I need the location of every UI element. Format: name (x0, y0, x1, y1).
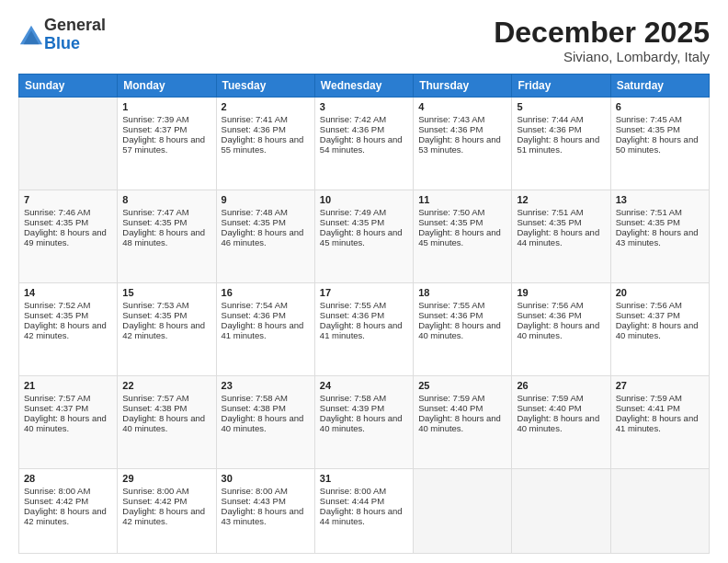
calendar-cell: 26Sunrise: 7:59 AMSunset: 4:40 PMDayligh… (512, 376, 610, 469)
daylight-text: Daylight: 8 hours and 40 minutes. (418, 413, 506, 433)
sunset-text: Sunset: 4:35 PM (517, 217, 605, 227)
sunrise-text: Sunrise: 7:47 AM (122, 207, 210, 217)
month-title: December 2025 (494, 17, 710, 49)
day-number: 15 (122, 287, 210, 298)
calendar-cell: 7Sunrise: 7:46 AMSunset: 4:35 PMDaylight… (19, 190, 118, 283)
daylight-text: Daylight: 8 hours and 51 minutes. (517, 134, 605, 155)
title-block: December 2025 Siviano, Lombardy, Italy (494, 17, 710, 64)
day-number: 20 (616, 287, 704, 298)
sunrise-text: Sunrise: 7:56 AM (517, 300, 605, 310)
calendar-cell: 6Sunrise: 7:45 AMSunset: 4:35 PMDaylight… (610, 98, 709, 190)
daylight-text: Daylight: 8 hours and 48 minutes. (122, 227, 210, 247)
sunrise-text: Sunrise: 7:45 AM (616, 114, 704, 124)
sunset-text: Sunset: 4:35 PM (222, 217, 310, 227)
sunset-text: Sunset: 4:37 PM (616, 310, 704, 320)
daylight-text: Daylight: 8 hours and 40 minutes. (616, 320, 704, 340)
sunrise-text: Sunrise: 8:00 AM (320, 486, 408, 496)
sunset-text: Sunset: 4:38 PM (122, 403, 210, 413)
sunset-text: Sunset: 4:36 PM (517, 310, 605, 320)
day-number: 14 (24, 287, 112, 298)
location: Siviano, Lombardy, Italy (494, 49, 710, 64)
sunrise-text: Sunrise: 7:59 AM (418, 393, 506, 403)
sunset-text: Sunset: 4:36 PM (320, 310, 408, 320)
sunset-text: Sunset: 4:39 PM (320, 403, 408, 413)
day-number: 23 (222, 380, 310, 391)
daylight-text: Daylight: 8 hours and 41 minutes. (320, 320, 408, 340)
day-number: 26 (517, 380, 605, 391)
sunset-text: Sunset: 4:42 PM (122, 496, 210, 506)
sunset-text: Sunset: 4:35 PM (24, 217, 112, 227)
daylight-text: Daylight: 8 hours and 42 minutes. (122, 506, 210, 526)
page: General Blue December 2025 Siviano, Lomb… (0, 0, 728, 563)
calendar-cell: 30Sunrise: 8:00 AMSunset: 4:43 PMDayligh… (216, 469, 314, 554)
day-number: 13 (616, 194, 704, 205)
sunset-text: Sunset: 4:35 PM (616, 124, 704, 134)
day-number: 11 (418, 194, 506, 205)
col-saturday: Saturday (610, 75, 709, 98)
calendar-cell (19, 98, 118, 190)
day-number: 22 (122, 380, 210, 391)
sunrise-text: Sunrise: 7:39 AM (122, 114, 210, 124)
logo: General Blue (18, 17, 106, 53)
calendar-week-row: 21Sunrise: 7:57 AMSunset: 4:37 PMDayligh… (19, 376, 710, 469)
daylight-text: Daylight: 8 hours and 57 minutes. (122, 134, 210, 155)
sunset-text: Sunset: 4:37 PM (122, 124, 210, 134)
col-thursday: Thursday (414, 75, 512, 98)
calendar-cell: 10Sunrise: 7:49 AMSunset: 4:35 PMDayligh… (314, 190, 413, 283)
sunrise-text: Sunrise: 7:53 AM (122, 300, 210, 310)
sunrise-text: Sunrise: 7:54 AM (222, 300, 310, 310)
sunrise-text: Sunrise: 7:56 AM (616, 300, 704, 310)
calendar-cell: 14Sunrise: 7:52 AMSunset: 4:35 PMDayligh… (19, 283, 118, 376)
logo-general-text: General (44, 16, 106, 34)
sunrise-text: Sunrise: 7:55 AM (418, 300, 506, 310)
daylight-text: Daylight: 8 hours and 42 minutes. (24, 506, 112, 526)
daylight-text: Daylight: 8 hours and 45 minutes. (320, 227, 408, 247)
calendar-cell: 18Sunrise: 7:55 AMSunset: 4:36 PMDayligh… (414, 283, 512, 376)
daylight-text: Daylight: 8 hours and 41 minutes. (222, 320, 310, 340)
calendar-cell: 19Sunrise: 7:56 AMSunset: 4:36 PMDayligh… (512, 283, 610, 376)
day-number: 28 (24, 473, 112, 484)
sunrise-text: Sunrise: 7:57 AM (122, 393, 210, 403)
day-number: 21 (24, 380, 112, 391)
sunrise-text: Sunrise: 7:41 AM (222, 114, 310, 124)
col-wednesday: Wednesday (314, 75, 413, 98)
daylight-text: Daylight: 8 hours and 41 minutes. (616, 413, 704, 433)
col-tuesday: Tuesday (216, 75, 314, 98)
day-number: 27 (616, 380, 704, 391)
sunset-text: Sunset: 4:36 PM (517, 124, 605, 134)
calendar-cell: 3Sunrise: 7:42 AMSunset: 4:36 PMDaylight… (314, 98, 413, 190)
sunrise-text: Sunrise: 8:00 AM (24, 486, 112, 496)
calendar-cell: 25Sunrise: 7:59 AMSunset: 4:40 PMDayligh… (414, 376, 512, 469)
sunset-text: Sunset: 4:35 PM (122, 310, 210, 320)
calendar-cell: 22Sunrise: 7:57 AMSunset: 4:38 PMDayligh… (118, 376, 216, 469)
daylight-text: Daylight: 8 hours and 40 minutes. (517, 413, 605, 433)
logo-blue-text: Blue (44, 34, 80, 52)
day-number: 12 (517, 194, 605, 205)
day-number: 29 (122, 473, 210, 484)
sunset-text: Sunset: 4:40 PM (517, 403, 605, 413)
calendar-cell: 29Sunrise: 8:00 AMSunset: 4:42 PMDayligh… (118, 469, 216, 554)
header: General Blue December 2025 Siviano, Lomb… (18, 17, 710, 64)
daylight-text: Daylight: 8 hours and 42 minutes. (24, 320, 112, 340)
daylight-text: Daylight: 8 hours and 46 minutes. (222, 227, 310, 247)
calendar-week-row: 14Sunrise: 7:52 AMSunset: 4:35 PMDayligh… (19, 283, 710, 376)
daylight-text: Daylight: 8 hours and 49 minutes. (24, 227, 112, 247)
daylight-text: Daylight: 8 hours and 53 minutes. (418, 134, 506, 155)
sunset-text: Sunset: 4:43 PM (222, 496, 310, 506)
calendar-cell (610, 469, 709, 554)
sunrise-text: Sunrise: 7:58 AM (320, 393, 408, 403)
calendar-cell: 16Sunrise: 7:54 AMSunset: 4:36 PMDayligh… (216, 283, 314, 376)
day-number: 3 (320, 101, 408, 112)
daylight-text: Daylight: 8 hours and 40 minutes. (222, 413, 310, 433)
daylight-text: Daylight: 8 hours and 40 minutes. (517, 320, 605, 340)
sunset-text: Sunset: 4:38 PM (222, 403, 310, 413)
calendar-cell: 23Sunrise: 7:58 AMSunset: 4:38 PMDayligh… (216, 376, 314, 469)
col-monday: Monday (118, 75, 216, 98)
sunrise-text: Sunrise: 7:44 AM (517, 114, 605, 124)
calendar-cell: 11Sunrise: 7:50 AMSunset: 4:35 PMDayligh… (414, 190, 512, 283)
day-number: 7 (24, 194, 112, 205)
daylight-text: Daylight: 8 hours and 40 minutes. (320, 413, 408, 433)
day-number: 2 (222, 101, 310, 112)
calendar-cell: 24Sunrise: 7:58 AMSunset: 4:39 PMDayligh… (314, 376, 413, 469)
sunset-text: Sunset: 4:40 PM (418, 403, 506, 413)
